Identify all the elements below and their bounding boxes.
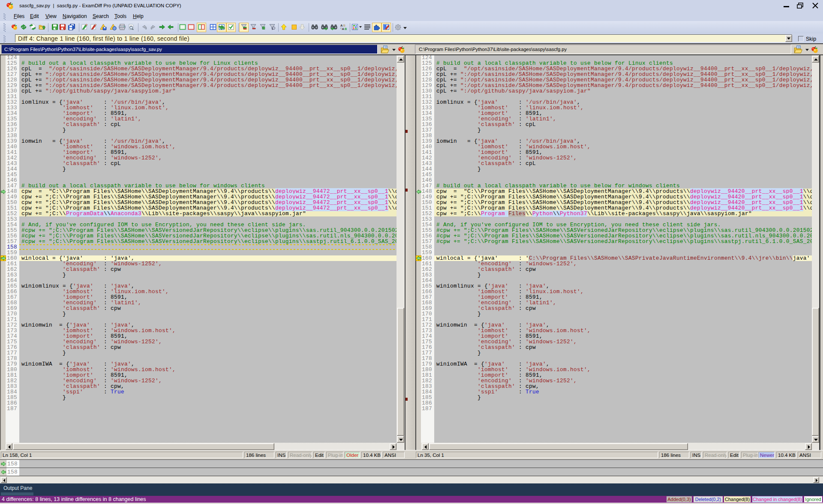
svg-text:B: B (345, 27, 347, 30)
svg-text:A: A (342, 27, 345, 30)
